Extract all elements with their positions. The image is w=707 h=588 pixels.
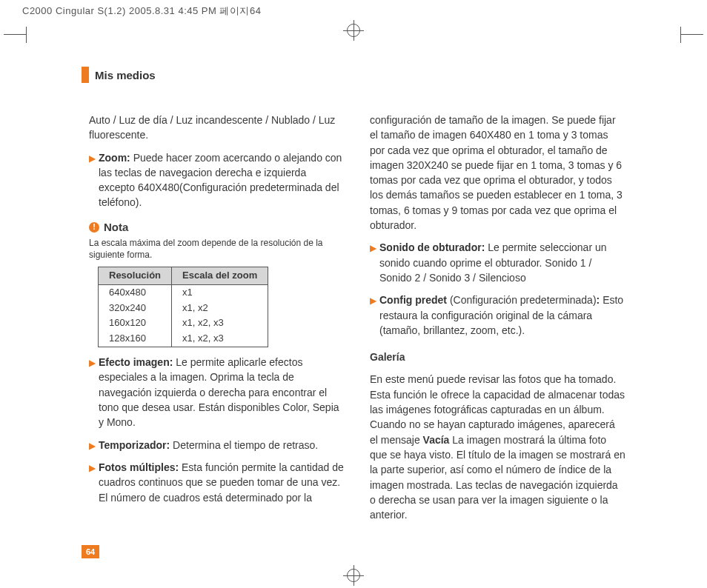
sonido-item: ▶ Sonido de obturador: Le permite selecc… <box>370 240 625 285</box>
galeria-heading: Galería <box>370 350 625 364</box>
table-cell: 320x240 <box>99 301 172 316</box>
table-row: 640x480 x1 <box>99 284 268 300</box>
page-content: Mis medios Auto / Luz de día / Luz incan… <box>37 44 670 558</box>
table-header-zoom: Escala del zoom <box>172 267 268 284</box>
temp-label: Temporizador: <box>99 439 170 451</box>
config-item: ▶ Config predet (Configuración predeterm… <box>370 293 625 338</box>
note-subtext: La escala máxima del zoom depende de la … <box>89 237 345 261</box>
light-modes-text: Auto / Luz de día / Luz incandescente / … <box>89 113 345 143</box>
fotos-continuation: configuración de tamaño de la imagen. Se… <box>370 113 625 233</box>
registration-mark-top <box>347 24 360 37</box>
bullet-arrow-icon: ▶ <box>89 153 96 210</box>
table-cell: 640x480 <box>99 284 172 300</box>
config-label: Config predet <box>379 294 447 306</box>
print-header: C2000 Cingular S(1.2) 2005.8.31 4:45 PM … <box>0 0 707 18</box>
table-cell: 128x160 <box>99 331 172 347</box>
bullet-arrow-icon: ▶ <box>89 440 96 452</box>
temp-text: Determina el tiempo de retraso. <box>173 439 318 451</box>
zoom-table: Resolución Escala del zoom 640x480 x1 32… <box>98 267 268 347</box>
table-cell: x1, x2, x3 <box>172 315 268 331</box>
config-colon: : <box>597 294 600 306</box>
page-number: 64 <box>82 545 99 558</box>
section-title: Mis medios <box>95 69 156 81</box>
note-label: Nota <box>104 219 128 235</box>
table-row: 320x240 x1, x2 <box>99 301 268 316</box>
zoom-text: Puede hacer zoom acercando o alejando co… <box>99 152 342 209</box>
note-header: ! Nota <box>89 219 345 235</box>
bullet-arrow-icon: ▶ <box>370 242 376 285</box>
galeria-text-b: La imagen mostrará la última foto que se… <box>370 434 625 521</box>
galeria-paragraph: En este menú puede revisar las fotos que… <box>370 372 625 522</box>
zoom-label: Zoom: <box>99 152 130 164</box>
sonido-label: Sonido de obturador: <box>379 241 485 253</box>
config-paren: (Configuración predeterminada) <box>450 294 597 306</box>
table-cell: 160x120 <box>99 315 172 331</box>
section-marker <box>82 67 89 83</box>
table-row: 160x120 x1, x2, x3 <box>99 315 268 331</box>
bullet-arrow-icon: ▶ <box>89 462 96 505</box>
registration-mark-bottom <box>347 569 360 582</box>
table-cell: x1, x2 <box>172 301 268 316</box>
note-icon: ! <box>89 222 99 233</box>
zoom-item: ▶ Zoom: Puede hacer zoom acercando o ale… <box>89 150 345 210</box>
bullet-arrow-icon: ▶ <box>370 295 376 338</box>
temp-item: ▶ Temporizador: Determina el tiempo de r… <box>89 438 345 452</box>
efecto-label: Efecto imagen: <box>99 356 173 368</box>
table-header-res: Resolución <box>99 267 172 284</box>
bullet-arrow-icon: ▶ <box>89 357 96 430</box>
fotos-item: ▶ Fotos múltiples: Esta función permite … <box>89 460 345 505</box>
section-header: Mis medios <box>82 67 670 83</box>
column-right: configuración de tamaño de la imagen. Se… <box>370 113 625 522</box>
fotos-label: Fotos múltiples: <box>99 461 179 473</box>
galeria-vacia: Vacía <box>423 434 450 446</box>
efecto-item: ▶ Efecto imagen: Le permite aplicarle ef… <box>89 355 345 430</box>
column-left: Auto / Luz de día / Luz incandescente / … <box>89 113 345 522</box>
table-cell: x1 <box>172 284 268 300</box>
table-cell: x1, x2, x3 <box>172 331 268 347</box>
table-row: 128x160 x1, x2, x3 <box>99 331 268 347</box>
